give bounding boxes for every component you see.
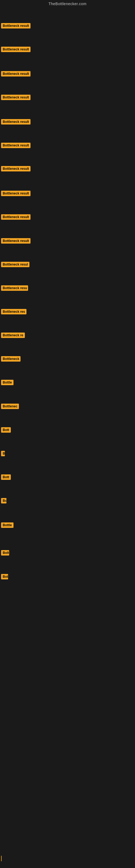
site-header: TheBottlenecker.com <box>0 0 135 8</box>
bottleneck-badge-12[interactable]: Bottleneck resu <box>1 285 28 291</box>
badges-container: Bottleneck resultBottleneck resultBottle… <box>0 8 135 868</box>
bottleneck-badge-7[interactable]: Bottleneck result <box>1 166 31 172</box>
bottleneck-badge-1[interactable]: Bottleneck result <box>1 23 31 29</box>
bottleneck-badge-18[interactable]: Bott <box>1 427 11 433</box>
bottleneck-badge-6[interactable]: Bottleneck result <box>1 143 31 148</box>
bottleneck-badge-19[interactable]: B <box>1 451 5 456</box>
bottleneck-badge-8[interactable]: Bottleneck result <box>1 191 31 196</box>
site-title: TheBottlenecker.com <box>0 0 135 8</box>
bottleneck-badge-10[interactable]: Bottleneck result <box>1 238 31 244</box>
bottleneck-badge-15[interactable]: Bottleneck <box>1 356 20 362</box>
bottleneck-badge-4[interactable]: Bottleneck result <box>1 95 31 100</box>
bottleneck-badge-20[interactable]: Bott <box>1 474 11 480</box>
bottleneck-badge-14[interactable]: Bottleneck re <box>1 333 25 338</box>
bottleneck-badge-13[interactable]: Bottleneck res <box>1 309 27 314</box>
bottleneck-badge-21[interactable]: Bo <box>1 498 6 503</box>
bottleneck-badge-2[interactable]: Bottleneck result <box>1 46 31 52</box>
bottleneck-badge-11[interactable]: Bottleneck resul <box>1 262 30 267</box>
bottleneck-badge-24[interactable]: Bot <box>1 574 8 579</box>
bottleneck-badge-17[interactable]: Bottlenec <box>1 404 19 409</box>
bottleneck-badge-22[interactable]: Bottle <box>1 522 13 528</box>
cursor-indicator <box>1 856 2 861</box>
bottleneck-badge-23[interactable]: Bolt <box>1 550 9 556</box>
bottleneck-badge-3[interactable]: Bottleneck result <box>1 71 31 76</box>
bottleneck-badge-5[interactable]: Bottleneck result <box>1 119 31 124</box>
bottleneck-badge-16[interactable]: Bottle <box>1 380 13 385</box>
bottleneck-badge-9[interactable]: Bottleneck result <box>1 214 31 220</box>
